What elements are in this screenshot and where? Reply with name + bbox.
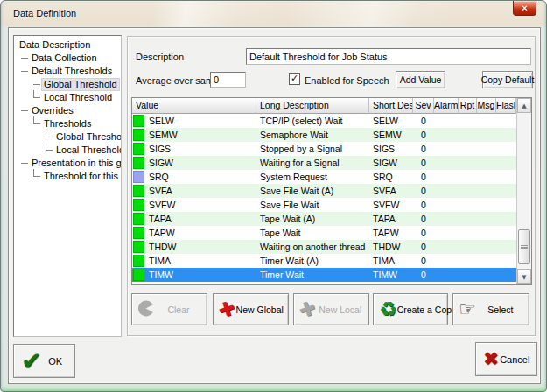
sev-cell: 0 [413,198,434,212]
tree-item-local-threshold-2[interactable]: Local Threshold [17,144,121,157]
column-header-alarm[interactable]: Alarm [434,98,459,114]
short-desc-cell: SRQ [369,170,413,184]
add-value-label: Add Value [400,74,442,85]
values-table: Value Long Description Short Desc Sev Al… [131,97,532,285]
column-header-long-description[interactable]: Long Description [256,98,369,114]
tree-item-thresholds[interactable]: Thresholds [17,117,121,130]
select-label: Select [476,304,529,315]
rpt-cell [459,170,477,184]
tree-item-label: Local Threshold [42,92,114,103]
tree-item-global-threshold-2[interactable]: Global Threshold [17,130,121,144]
alarm-cell [434,184,459,198]
add-value-button[interactable]: Add Value [396,71,445,88]
description-input[interactable] [246,48,531,65]
threshold-panel: Description Average over samples ✓ Enabl… [127,36,536,336]
tree-panel[interactable]: Data Description Data Collection Default… [13,35,122,337]
table-row-semw[interactable]: SEMW Semaphore Wait SEMW 0 [132,128,516,142]
cancel-button[interactable]: ✖ Cancel [475,342,537,376]
select-button[interactable]: ☞ Select [452,293,529,326]
enabled-for-speech-checkbox[interactable]: ✓ [289,74,300,85]
tree-item-global-threshold-selected[interactable]: Global Threshold [17,78,121,91]
tree-item-overrides[interactable]: Overrides [17,104,121,117]
scroll-down-button[interactable]: ▼ [517,270,531,284]
create-a-copy-button[interactable]: ♻ Create a Copy [373,293,448,326]
value-cell: SEMW [132,128,256,142]
long-description-cell: Save File Wait [256,198,369,212]
clear-button[interactable]: Clear [131,293,207,326]
value-text: TIMW [149,268,173,282]
status-color-swatch [133,255,144,267]
tree-connector [46,136,53,137]
table-row-sigs[interactable]: SIGS Stopped by a Signal SIGS 0 [132,142,516,156]
short-desc-cell: TIMW [369,268,413,282]
flash-cell [496,128,516,142]
copy-default-button[interactable]: Copy Default [482,71,533,88]
table-row-svfa[interactable]: SVFA Save File Wait (A) SVFA 0 [132,184,516,198]
tree-connector [33,169,40,177]
ok-button[interactable]: ✔ OK [13,344,75,378]
cancel-cross-icon: ✖ [483,350,499,368]
table-row-srq[interactable]: SRQ System Request SRQ 0 [132,170,516,184]
long-description-cell: Save File Wait (A) [256,184,369,198]
column-header-flash[interactable]: Flash [496,98,516,114]
close-icon: × [522,4,527,13]
tree-item-data-collection[interactable]: Data Collection [17,52,121,65]
tree-item-threshold-for-group[interactable]: Threshold for this group [17,170,121,183]
tree-item-local-threshold[interactable]: Local Threshold [17,91,121,104]
flash-cell [496,156,516,170]
scroll-up-button[interactable]: ▲ [517,98,531,113]
table-header-row: Value Long Description Short Desc Sev Al… [132,98,516,114]
table-row-tapa[interactable]: TAPA Tape Wait (A) TAPA 0 [132,212,516,226]
table-row-thdw[interactable]: THDW Waiting on another thread THDW 0 [132,240,516,254]
short-desc-cell: SIGW [369,156,413,170]
sev-cell: 0 [413,114,434,128]
long-description-cell: System Request [256,170,369,184]
dialog-body: Data Description Data Collection Default… [8,27,541,384]
column-header-value[interactable]: Value [132,98,256,114]
tree-item-default-thresholds[interactable]: Default Thresholds [17,65,121,78]
msg-cell [477,156,496,170]
column-header-short-desc[interactable]: Short Desc [369,98,413,114]
alarm-cell [434,142,459,156]
column-header-sev[interactable]: Sev [413,98,434,114]
tree-item-presentation[interactable]: Presentation in this group [17,157,121,170]
alarm-cell [434,240,459,254]
value-text: SVFA [149,184,172,198]
long-description-cell: Waiting for a Signal [256,156,369,170]
short-desc-cell: TAPW [369,226,413,240]
new-local-button[interactable]: ✚ New Local [293,293,369,326]
short-desc-cell: TAPA [369,212,413,226]
value-text: TIMA [149,254,171,268]
short-desc-cell: SVFW [369,198,413,212]
table-row-timw-selected[interactable]: TIMW Timer Wait TIMW 0 [132,268,516,282]
short-desc-cell: SVFA [369,184,413,198]
ok-label: OK [41,356,74,367]
long-description-cell: Tape Wait [256,226,369,240]
column-header-msg[interactable]: Msg [477,98,496,114]
short-desc-cell: SEMW [369,128,413,142]
status-color-swatch [133,171,144,183]
value-cell: SIGW [132,156,256,170]
table-row-tapw[interactable]: TAPW Tape Wait TAPW 0 [132,226,516,240]
data-definition-dialog: Data Definition × Data Description Data … [0,0,547,392]
tree-item-label: Global Threshold [42,79,119,90]
sev-cell: 0 [413,226,434,240]
value-text: SIGW [149,156,173,170]
average-over-samples-input[interactable] [210,72,246,88]
table-row-svfw[interactable]: SVFW Save File Wait SVFW 0 [132,198,516,212]
table-row-tima[interactable]: TIMA Timer Wait (A) TIMA 0 [132,254,516,268]
column-header-rpt[interactable]: Rpt [459,98,477,114]
new-global-button[interactable]: ✚ New Global [213,293,289,326]
close-button[interactable]: × [513,1,536,16]
clear-label: Clear [154,304,207,315]
tree-item-label: Presentation in this group [30,158,122,169]
long-description-cell: Tape Wait (A) [256,212,369,226]
table-scrollbar[interactable]: ▲ ▼ [516,98,531,284]
tree-item-data-description[interactable]: Data Description [17,38,121,52]
title-bar[interactable]: Data Definition [1,1,546,27]
table-row-sigw[interactable]: SIGW Waiting for a Signal SIGW 0 [132,156,516,170]
scrollbar-thumb[interactable] [518,229,530,264]
table-row-selw[interactable]: SELW TCP/IP (select) Wait SELW 0 [132,114,516,128]
flash-cell [496,114,516,128]
tree-connector [33,84,40,85]
